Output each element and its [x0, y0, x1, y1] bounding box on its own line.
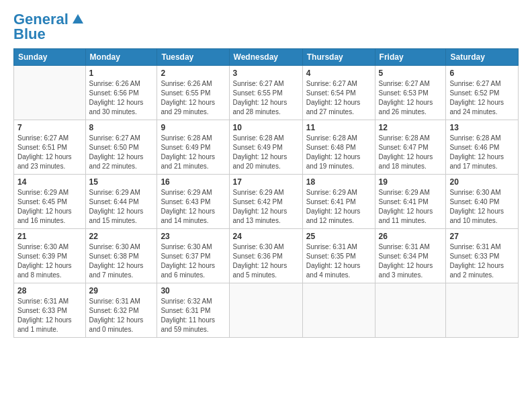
day-info: Sunrise: 6:29 AM Sunset: 6:41 PM Dayligh… [379, 188, 443, 226]
day-cell: 29Sunrise: 6:31 AM Sunset: 6:32 PM Dayli… [85, 283, 157, 338]
day-info: Sunrise: 6:30 AM Sunset: 6:37 PM Dayligh… [161, 242, 225, 280]
day-cell: 30Sunrise: 6:32 AM Sunset: 6:31 PM Dayli… [157, 283, 229, 338]
day-cell: 19Sunrise: 6:29 AM Sunset: 6:41 PM Dayli… [375, 175, 446, 229]
day-number: 17 [233, 177, 299, 187]
day-cell [446, 283, 519, 338]
weekday-header-row: SundayMondayTuesdayWednesdayThursdayFrid… [14, 49, 519, 66]
weekday-thursday: Thursday [302, 49, 375, 66]
day-info: Sunrise: 6:29 AM Sunset: 6:45 PM Dayligh… [17, 188, 82, 226]
day-number: 16 [161, 177, 225, 187]
day-cell: 5Sunrise: 6:27 AM Sunset: 6:53 PM Daylig… [375, 66, 446, 120]
day-number: 29 [89, 286, 154, 295]
day-number: 21 [17, 232, 82, 241]
day-number: 10 [233, 123, 299, 132]
day-cell [229, 283, 302, 338]
day-info: Sunrise: 6:26 AM Sunset: 6:55 PM Dayligh… [161, 79, 225, 117]
day-cell: 14Sunrise: 6:29 AM Sunset: 6:45 PM Dayli… [14, 175, 86, 229]
day-cell: 2Sunrise: 6:26 AM Sunset: 6:55 PM Daylig… [157, 66, 229, 120]
day-info: Sunrise: 6:30 AM Sunset: 6:36 PM Dayligh… [233, 242, 299, 280]
day-info: Sunrise: 6:28 AM Sunset: 6:46 PM Dayligh… [449, 134, 515, 171]
logo-icon [70, 11, 85, 26]
day-cell: 25Sunrise: 6:31 AM Sunset: 6:35 PM Dayli… [302, 229, 375, 283]
day-info: Sunrise: 6:31 AM Sunset: 6:33 PM Dayligh… [17, 297, 82, 334]
day-number: 7 [17, 123, 82, 132]
day-number: 12 [379, 123, 443, 132]
day-cell: 16Sunrise: 6:29 AM Sunset: 6:43 PM Dayli… [157, 175, 229, 229]
day-cell: 20Sunrise: 6:30 AM Sunset: 6:40 PM Dayli… [446, 175, 519, 229]
day-number: 19 [379, 177, 443, 187]
day-cell: 18Sunrise: 6:29 AM Sunset: 6:41 PM Dayli… [302, 175, 375, 229]
day-info: Sunrise: 6:29 AM Sunset: 6:43 PM Dayligh… [161, 188, 225, 226]
day-info: Sunrise: 6:29 AM Sunset: 6:44 PM Dayligh… [89, 188, 154, 226]
week-row-2: 7Sunrise: 6:27 AM Sunset: 6:51 PM Daylig… [14, 120, 519, 175]
day-number: 6 [449, 68, 515, 78]
day-number: 2 [161, 68, 225, 78]
day-number: 23 [161, 232, 225, 241]
day-info: Sunrise: 6:30 AM Sunset: 6:39 PM Dayligh… [17, 242, 82, 280]
day-cell: 17Sunrise: 6:29 AM Sunset: 6:42 PM Dayli… [229, 175, 302, 229]
day-cell: 10Sunrise: 6:28 AM Sunset: 6:49 PM Dayli… [229, 120, 302, 175]
day-cell: 22Sunrise: 6:30 AM Sunset: 6:38 PM Dayli… [85, 229, 157, 283]
day-info: Sunrise: 6:28 AM Sunset: 6:47 PM Dayligh… [379, 134, 443, 171]
day-info: Sunrise: 6:28 AM Sunset: 6:49 PM Dayligh… [233, 134, 299, 171]
day-number: 4 [306, 68, 371, 78]
day-cell: 9Sunrise: 6:28 AM Sunset: 6:49 PM Daylig… [157, 120, 229, 175]
day-cell: 7Sunrise: 6:27 AM Sunset: 6:51 PM Daylig… [14, 120, 86, 175]
day-number: 3 [233, 68, 299, 78]
day-cell: 4Sunrise: 6:27 AM Sunset: 6:54 PM Daylig… [302, 66, 375, 120]
day-info: Sunrise: 6:32 AM Sunset: 6:31 PM Dayligh… [161, 297, 225, 334]
day-cell: 13Sunrise: 6:28 AM Sunset: 6:46 PM Dayli… [446, 120, 519, 175]
logo: General Blue [13, 12, 85, 42]
day-info: Sunrise: 6:27 AM Sunset: 6:54 PM Dayligh… [306, 79, 371, 117]
day-info: Sunrise: 6:27 AM Sunset: 6:55 PM Dayligh… [233, 79, 299, 117]
day-number: 20 [449, 177, 515, 187]
week-row-5: 28Sunrise: 6:31 AM Sunset: 6:33 PM Dayli… [14, 283, 519, 338]
day-number: 30 [161, 286, 225, 295]
day-number: 18 [306, 177, 371, 187]
day-number: 13 [449, 123, 515, 132]
week-row-3: 14Sunrise: 6:29 AM Sunset: 6:45 PM Dayli… [14, 175, 519, 229]
day-info: Sunrise: 6:28 AM Sunset: 6:48 PM Dayligh… [306, 134, 371, 171]
day-cell: 15Sunrise: 6:29 AM Sunset: 6:44 PM Dayli… [85, 175, 157, 229]
day-cell [375, 283, 446, 338]
day-number: 11 [306, 123, 371, 132]
day-number: 15 [89, 177, 154, 187]
day-cell: 12Sunrise: 6:28 AM Sunset: 6:47 PM Dayli… [375, 120, 446, 175]
day-info: Sunrise: 6:27 AM Sunset: 6:51 PM Dayligh… [17, 134, 82, 171]
day-number: 9 [161, 123, 225, 132]
day-info: Sunrise: 6:31 AM Sunset: 6:33 PM Dayligh… [449, 242, 515, 280]
weekday-wednesday: Wednesday [229, 49, 302, 66]
day-cell [302, 283, 375, 338]
weekday-tuesday: Tuesday [157, 49, 229, 66]
weekday-sunday: Sunday [14, 49, 86, 66]
day-info: Sunrise: 6:27 AM Sunset: 6:50 PM Dayligh… [89, 134, 154, 171]
day-number: 5 [379, 68, 443, 78]
weekday-saturday: Saturday [446, 49, 519, 66]
day-number: 27 [449, 232, 515, 241]
day-cell: 8Sunrise: 6:27 AM Sunset: 6:50 PM Daylig… [85, 120, 157, 175]
weekday-monday: Monday [85, 49, 157, 66]
day-info: Sunrise: 6:29 AM Sunset: 6:41 PM Dayligh… [306, 188, 371, 226]
day-number: 1 [89, 68, 154, 78]
day-info: Sunrise: 6:26 AM Sunset: 6:56 PM Dayligh… [89, 79, 154, 117]
day-cell: 1Sunrise: 6:26 AM Sunset: 6:56 PM Daylig… [85, 66, 157, 120]
calendar: SundayMondayTuesdayWednesdayThursdayFrid… [13, 48, 519, 338]
day-info: Sunrise: 6:28 AM Sunset: 6:49 PM Dayligh… [161, 134, 225, 171]
logo-subtext: Blue [13, 26, 46, 42]
day-number: 8 [89, 123, 154, 132]
day-cell: 26Sunrise: 6:31 AM Sunset: 6:34 PM Dayli… [375, 229, 446, 283]
day-number: 26 [379, 232, 443, 241]
day-cell: 23Sunrise: 6:30 AM Sunset: 6:37 PM Dayli… [157, 229, 229, 283]
day-cell: 21Sunrise: 6:30 AM Sunset: 6:39 PM Dayli… [14, 229, 86, 283]
day-number: 22 [89, 232, 154, 241]
day-info: Sunrise: 6:31 AM Sunset: 6:34 PM Dayligh… [379, 242, 443, 280]
day-cell [14, 66, 86, 120]
weekday-friday: Friday [375, 49, 446, 66]
day-cell: 24Sunrise: 6:30 AM Sunset: 6:36 PM Dayli… [229, 229, 302, 283]
day-info: Sunrise: 6:31 AM Sunset: 6:35 PM Dayligh… [306, 242, 371, 280]
week-row-1: 1Sunrise: 6:26 AM Sunset: 6:56 PM Daylig… [14, 66, 519, 120]
header: General Blue [13, 12, 519, 42]
day-info: Sunrise: 6:29 AM Sunset: 6:42 PM Dayligh… [233, 188, 299, 226]
day-cell: 27Sunrise: 6:31 AM Sunset: 6:33 PM Dayli… [446, 229, 519, 283]
day-number: 28 [17, 286, 82, 295]
